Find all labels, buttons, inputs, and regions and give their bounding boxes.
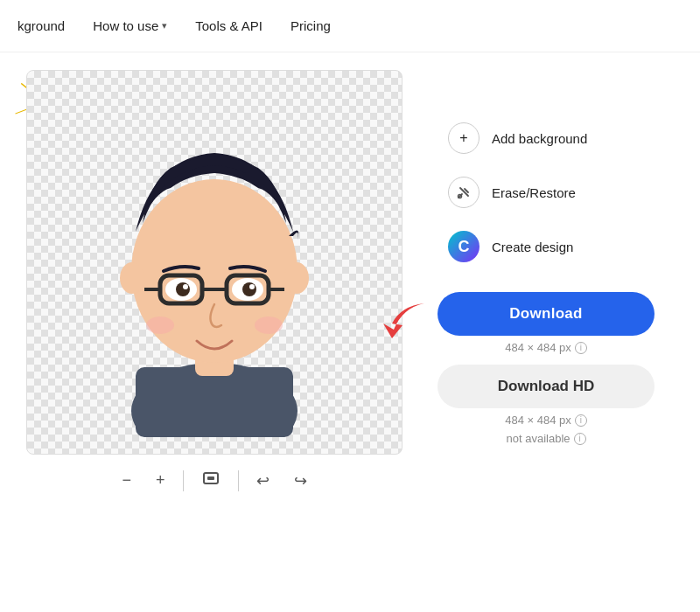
add-background-icon: +: [448, 122, 480, 154]
svg-point-5: [284, 262, 309, 294]
svg-point-17: [146, 316, 174, 334]
erase-restore-icon: [448, 177, 480, 208]
image-canvas: [26, 70, 402, 455]
canvas-area: ＼ ／: [26, 70, 402, 494]
zoom-in-button[interactable]: +: [149, 468, 172, 493]
download-button[interactable]: Download: [438, 292, 654, 336]
create-design-label: Create design: [492, 240, 573, 254]
svg-point-4: [120, 262, 144, 294]
zoom-out-button[interactable]: −: [115, 468, 138, 493]
add-background-item[interactable]: + Add background: [438, 114, 654, 163]
navigation: kground How to use ▾ Tools & API Pricing: [0, 0, 700, 52]
create-design-item[interactable]: C Create design: [438, 222, 654, 271]
avatar-image: [83, 87, 346, 437]
download-hd-button[interactable]: Download HD: [438, 365, 654, 408]
download-size-info: 484 × 484 px i: [505, 341, 587, 354]
not-available-text: not available i: [507, 432, 586, 445]
svg-point-15: [183, 284, 188, 289]
nav-pricing[interactable]: Pricing: [290, 18, 331, 33]
svg-rect-1: [136, 367, 293, 437]
erase-restore-label: Erase/Restore: [492, 185, 576, 200]
svg-rect-20: [207, 476, 214, 480]
main-content: ＼ ／: [0, 52, 700, 511]
canvas-toolbar: − + ↩ ↪: [115, 467, 313, 494]
svg-point-18: [255, 316, 283, 334]
svg-point-3: [131, 179, 298, 363]
chevron-down-icon: ▾: [162, 20, 167, 31]
redo-button[interactable]: ↪: [287, 468, 314, 494]
add-background-label: Add background: [492, 131, 587, 146]
fit-screen-button[interactable]: [194, 467, 228, 494]
nav-tools-api[interactable]: Tools & API: [195, 18, 262, 33]
svg-point-14: [242, 282, 256, 296]
red-arrow-decoration: [376, 299, 429, 343]
erase-restore-item[interactable]: Erase/Restore: [438, 168, 654, 217]
svg-point-13: [176, 282, 190, 296]
toolbar-divider-2: [238, 470, 239, 491]
svg-point-16: [249, 284, 255, 289]
download-info-icon[interactable]: i: [575, 342, 587, 354]
canva-icon: C: [448, 231, 480, 262]
download-section: Download 484 × 484 px i Download HD 484 …: [438, 292, 654, 445]
action-panel: + Add background Erase/Restore C Create …: [438, 70, 654, 445]
toolbar-divider-1: [183, 470, 184, 491]
undo-button[interactable]: ↩: [249, 468, 276, 494]
nav-background[interactable]: kground: [18, 18, 65, 33]
not-available-info-icon[interactable]: i: [574, 433, 586, 445]
nav-how-to-use[interactable]: How to use ▾: [93, 18, 167, 33]
download-hd-size-info: 484 × 484 px i: [505, 414, 587, 427]
hd-info-icon[interactable]: i: [575, 414, 587, 427]
